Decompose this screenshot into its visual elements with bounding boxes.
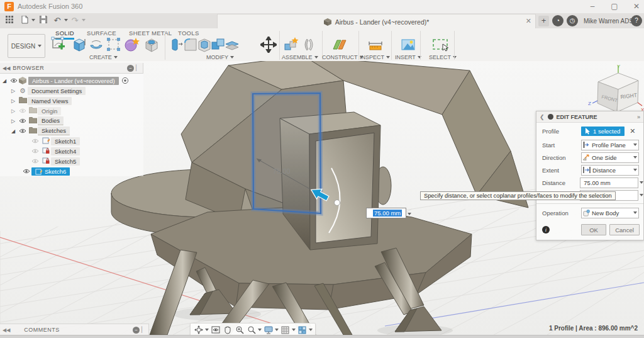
info-icon[interactable]: i	[542, 226, 550, 234]
revolve-icon[interactable]	[88, 37, 104, 53]
browser-item-label[interactable]: Sketches	[38, 127, 70, 135]
sketch-profile-highlight[interactable]	[253, 93, 321, 213]
grid-caret-icon[interactable]	[292, 329, 296, 333]
visibility-eye-icon[interactable]	[30, 159, 40, 164]
create-sketch-icon[interactable]	[50, 37, 67, 53]
collapse-panel-icon[interactable]: ◀◀	[3, 327, 10, 333]
redo-caret-icon[interactable]	[78, 16, 89, 26]
tab-close-icon[interactable]: ✕	[526, 17, 531, 25]
extrude-icon[interactable]	[70, 37, 87, 53]
workspace-switcher[interactable]: DESIGN	[8, 34, 45, 58]
user-account-button[interactable]: Mike Warren ADSK	[584, 18, 638, 25]
browser-item-label[interactable]: Bodies	[38, 116, 64, 125]
operation-dropdown[interactable]: New Body	[581, 208, 639, 218]
dimension-input-caret-icon[interactable]	[408, 213, 411, 217]
insert-image-icon[interactable]	[400, 37, 416, 53]
browser-row-sketch1[interactable]: Sketch1	[0, 136, 143, 146]
browser-row-sketch4[interactable]: Sketch4	[0, 146, 143, 156]
extensions-icon[interactable]: ◔	[552, 15, 564, 26]
joint-icon[interactable]	[301, 37, 317, 53]
hole-icon[interactable]	[143, 37, 160, 53]
fit-caret-icon[interactable]	[258, 329, 262, 333]
inspect-group-dropdown[interactable]: INSPECT	[360, 54, 390, 60]
expand-triangle-icon[interactable]: ▷	[9, 88, 18, 94]
cancel-button[interactable]: Cancel	[609, 224, 640, 235]
distance-expression-caret-icon[interactable]	[640, 181, 643, 186]
direction-dropdown[interactable]: One Side	[581, 152, 639, 163]
browser-row-bodies[interactable]: ▷ Bodies	[0, 116, 143, 126]
selected-sketch-chip[interactable]: Sketch6	[31, 167, 70, 176]
orbit-icon[interactable]	[193, 325, 204, 335]
visibility-eye-icon[interactable]	[30, 138, 40, 144]
construct-group-dropdown[interactable]: CONSTRUCT	[322, 54, 364, 60]
assemble-group-dropdown[interactable]: ASSEMBLE	[282, 54, 318, 60]
fit-icon[interactable]	[246, 325, 257, 335]
maximize-button[interactable]: ▢	[604, 0, 625, 13]
display-caret-icon[interactable]	[275, 329, 279, 333]
zoom-icon[interactable]	[234, 325, 245, 335]
expand-triangle-icon[interactable]: ◢	[9, 128, 18, 134]
visibility-eye-icon[interactable]	[18, 128, 28, 133]
modify-group-dropdown[interactable]: MODIFY	[206, 54, 234, 60]
sketch-pattern-icon[interactable]	[106, 37, 122, 53]
expand-triangle-icon[interactable]: ▷	[9, 98, 18, 104]
expand-triangle-icon[interactable]: ◢	[0, 78, 9, 84]
browser-row-sketches[interactable]: ◢ Sketches	[0, 126, 143, 136]
insert-group-dropdown[interactable]: INSERT	[395, 54, 421, 60]
browser-row-root[interactable]: ◢ Airbus - Lander (v4~recovered)	[0, 76, 143, 86]
move-copy-icon[interactable]	[260, 37, 277, 53]
rotate-manipulator-handle[interactable]	[335, 200, 340, 206]
browser-item-label[interactable]: Sketch4	[51, 147, 80, 155]
extent-dropdown[interactable]: Distance	[581, 165, 639, 176]
viewports-icon[interactable]	[297, 325, 308, 335]
viewcube[interactable]: Y FRONT RIGHT Z X	[588, 63, 644, 113]
panel-grip-icon[interactable]: ▏	[142, 327, 146, 333]
browser-row-sketch6-selected[interactable]: Sketch6	[0, 166, 143, 176]
browser-options-icon[interactable]: −	[127, 65, 134, 72]
app-grid-icon[interactable]	[4, 16, 15, 26]
close-button[interactable]: ✕	[626, 0, 644, 13]
grid-snap-icon[interactable]	[280, 325, 291, 335]
dialog-header[interactable]: ❮ EDIT FEATURE »	[536, 111, 643, 123]
create-form-icon[interactable]	[123, 37, 140, 53]
visibility-eye-icon[interactable]	[21, 169, 31, 174]
dialog-grip-icon[interactable]: ❮	[540, 114, 545, 120]
select-tool-icon[interactable]	[431, 37, 448, 53]
panel-grip-icon[interactable]: ▏	[136, 65, 140, 71]
new-component-icon[interactable]	[283, 37, 299, 53]
minimize-button[interactable]: –	[582, 0, 603, 13]
viewports-caret-icon[interactable]	[309, 329, 313, 333]
browser-item-label[interactable]: Named Views	[28, 97, 72, 105]
taper-expression-caret-icon[interactable]	[640, 194, 643, 198]
save-icon[interactable]	[38, 16, 49, 26]
browser-header[interactable]: ◀◀ BROWSER − ▏	[0, 63, 143, 74]
browser-row-document-settings[interactable]: ▷ ⚙ Document Settings	[0, 86, 143, 96]
visibility-eye-icon[interactable]	[30, 149, 40, 154]
browser-item-label[interactable]: Origin	[38, 107, 61, 115]
profile-selection-chip[interactable]: 1 selected	[581, 127, 625, 136]
browser-item-label[interactable]: Document Settings	[28, 87, 86, 95]
clear-selection-icon[interactable]: ✕	[630, 127, 635, 135]
look-at-icon[interactable]	[210, 325, 221, 335]
create-group-dropdown[interactable]: CREATE	[89, 54, 118, 60]
orbit-caret-icon[interactable]	[205, 329, 209, 333]
select-group-dropdown[interactable]: SELECT	[429, 54, 457, 60]
dialog-expand-icon[interactable]: »	[637, 114, 640, 120]
construct-plane-icon[interactable]	[331, 37, 347, 53]
start-dropdown[interactable]: Profile Plane	[581, 140, 639, 150]
expand-triangle-icon[interactable]: ▷	[9, 108, 18, 114]
comments-panel[interactable]: ◀◀ COMMENTS − ▏	[0, 324, 149, 335]
comments-options-icon[interactable]: −	[133, 327, 140, 334]
job-status-icon[interactable]: ◷	[567, 15, 578, 26]
browser-item-label[interactable]: Sketch5	[51, 157, 80, 166]
collapse-panel-icon[interactable]: ◀◀	[3, 65, 10, 71]
expand-triangle-icon[interactable]: ▷	[9, 118, 18, 124]
browser-row-sketch5[interactable]: Sketch5	[0, 156, 143, 166]
measure-icon[interactable]	[367, 37, 384, 53]
distance-input[interactable]: 75.00 mm	[580, 177, 638, 188]
activate-radio-icon[interactable]	[121, 77, 129, 84]
visibility-eye-icon[interactable]	[9, 78, 19, 83]
ok-button[interactable]: OK	[581, 224, 606, 235]
display-settings-icon[interactable]	[263, 325, 274, 335]
pan-icon[interactable]	[222, 325, 233, 335]
